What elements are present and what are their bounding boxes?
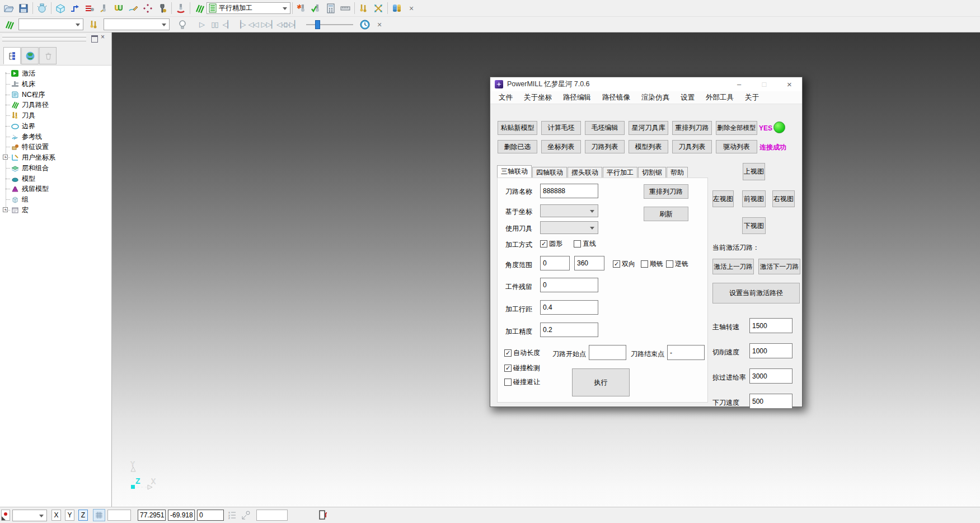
auto-length-checkbox[interactable]: ✓自动长度 (504, 348, 540, 358)
pause-button[interactable]: ▯▯ (208, 18, 221, 31)
coord-list-button[interactable]: 坐标列表 (541, 140, 581, 153)
climb-mill-checkbox[interactable]: 顺铣 (641, 259, 663, 269)
tree-item-activate[interactable]: 激活 (0, 68, 111, 78)
tab-explorer-globe[interactable] (21, 47, 39, 64)
close-button[interactable]: × (777, 77, 802, 91)
step-forward-button[interactable]: ▕▷ (234, 18, 247, 31)
tool-pair-icon[interactable] (357, 1, 371, 16)
tree-item-patterns[interactable]: 参考线 (0, 132, 111, 142)
axis-y-button[interactable]: Y (65, 510, 74, 521)
angle-to-input[interactable]: 360 (574, 256, 604, 270)
tolerance-input[interactable]: 0.2 (540, 323, 598, 337)
toolpath-spring-icon[interactable] (192, 1, 207, 16)
fast-forward-button[interactable]: ▷▷ (260, 18, 273, 31)
delete-selected-button[interactable]: 删除已选 (498, 140, 537, 153)
tree-item-boundaries[interactable]: 边界 (0, 121, 111, 131)
tree-item-toolpaths[interactable]: 刀具路径 (0, 100, 111, 110)
pattern-icon[interactable] (126, 1, 140, 16)
tab-swivel[interactable]: 摆头联动 (568, 167, 602, 178)
view-left-button[interactable]: 左视图 (712, 190, 734, 207)
toolpath-spring-icon[interactable] (2, 17, 16, 32)
clipboard-icon[interactable] (318, 509, 328, 523)
to-end-button[interactable]: ▷▷▏ (285, 18, 298, 31)
tree-item-levels-sets[interactable]: 层和组合 (0, 163, 111, 173)
end-point-input[interactable]: - (667, 345, 705, 360)
view-front-button[interactable]: 前视图 (742, 190, 766, 207)
block-icon[interactable] (53, 1, 68, 16)
calculator-icon[interactable] (323, 1, 338, 16)
rewind-button[interactable]: ◁◁ (247, 18, 260, 31)
stepover-input[interactable]: 0.4 (540, 300, 598, 315)
maximize-button[interactable]: □ (752, 77, 777, 91)
activate-next-toolpath-button[interactable]: 激活下一刀路 (758, 259, 800, 274)
tool-library-button[interactable]: 星河刀具库 (629, 121, 668, 135)
mode-circle-checkbox[interactable]: ✓圆形 (540, 239, 562, 249)
menu-path-mirror[interactable]: 路径镜像 (597, 93, 636, 102)
menu-settings[interactable]: 设置 (675, 93, 700, 102)
minimize-button[interactable]: – (726, 77, 752, 91)
toolpath-name-input[interactable]: 888888 (540, 184, 598, 198)
tree-item-machine[interactable]: 机床 (0, 79, 111, 89)
tool-valid-icon[interactable] (309, 1, 323, 16)
drive-list-button[interactable]: 驱动列表 (716, 140, 757, 153)
start-point-input[interactable] (589, 345, 626, 360)
tolerance-field[interactable] (256, 510, 288, 521)
menu-file[interactable]: 文件 (493, 93, 518, 102)
menu-about[interactable]: 关于 (739, 93, 765, 102)
tab-help[interactable]: 帮助 (667, 167, 688, 178)
activate-prev-toolpath-button[interactable]: 激活上一刀路 (712, 259, 754, 274)
ruler-icon[interactable] (338, 1, 353, 16)
collision-avoid-checkbox[interactable]: 碰撞避让 (504, 377, 540, 387)
menu-render-sim[interactable]: 渲染仿真 (636, 93, 675, 102)
plunge-feed-input[interactable]: 500 (749, 394, 793, 409)
spindle-speed-input[interactable]: 1500 (749, 318, 793, 333)
tab-explorer-tree[interactable] (3, 47, 21, 64)
tab-4axis[interactable]: 四轴联动 (532, 167, 567, 178)
view-top-button[interactable]: 上视图 (743, 163, 765, 180)
toolpath-list-button[interactable]: 刀路列表 (585, 140, 625, 153)
close-sim-toolbar-button[interactable]: × (372, 17, 387, 32)
grid-snap-button[interactable] (93, 509, 105, 521)
mode-line-checkbox[interactable]: 直线 (574, 239, 596, 249)
cutting-feed-input[interactable]: 1000 (749, 343, 793, 358)
to-start-button[interactable]: ▏◁◁ (273, 18, 285, 31)
tree-item-stock-models[interactable]: 残留模型 (0, 184, 111, 194)
z-heights-icon[interactable] (82, 1, 97, 16)
sim-tool-combo[interactable] (104, 18, 170, 30)
tab-parallel[interactable]: 平行加工 (603, 167, 637, 178)
grid-size-field[interactable] (107, 510, 131, 521)
tab-saw[interactable]: 切割锯 (638, 167, 666, 178)
slider-handle[interactable] (315, 20, 320, 29)
tree-item-feature-sets[interactable]: 特征设置 (0, 142, 111, 152)
tree-item-workplanes[interactable]: 用户坐标系 (0, 152, 111, 162)
points-icon[interactable] (140, 1, 155, 16)
open-project-icon[interactable] (2, 1, 16, 16)
sim-tool-icon[interactable] (87, 17, 101, 32)
refresh-button[interactable]: 刷新 (644, 207, 688, 221)
xyz-list-icon[interactable]: xyz (228, 511, 236, 521)
edit-block-button[interactable]: 毛坯编辑 (585, 121, 625, 135)
active-strategy-combo[interactable]: 平行精加工 (207, 2, 290, 14)
rearrange-button[interactable]: 重排列刀路 (644, 184, 688, 199)
tool-invalid-icon[interactable] (294, 1, 309, 16)
save-project-icon[interactable] (16, 1, 31, 16)
tree-item-groups[interactable]: 组 (0, 194, 111, 204)
menu-external-tools[interactable]: 外部工具 (700, 93, 739, 102)
nc-blocks-icon[interactable] (390, 1, 404, 16)
tab-3axis[interactable]: 三轴联动 (497, 165, 532, 178)
sim-toolpath-combo[interactable] (18, 18, 83, 30)
tree-item-models[interactable]: 模型 (0, 174, 111, 184)
use-tool-select[interactable] (540, 221, 598, 234)
panel-grip[interactable] (2, 35, 86, 38)
calc-block-button[interactable]: 计算毛坯 (541, 121, 581, 135)
collision-check-icon[interactable] (174, 1, 188, 16)
angle-from-input[interactable]: 0 (540, 256, 570, 270)
stock-allowance-input[interactable]: 0 (540, 278, 598, 292)
menu-path-edit[interactable]: 路径编辑 (557, 93, 597, 102)
block-setup-icon[interactable] (35, 1, 49, 16)
step-back-button[interactable]: ◁▏ (221, 18, 234, 31)
axis-z-button[interactable]: Z (78, 510, 88, 521)
bidirectional-checkbox[interactable]: ✓双向 (613, 259, 635, 269)
delete-all-models-button[interactable]: 删除全部模型 (716, 121, 757, 135)
clock-icon[interactable] (358, 17, 372, 32)
